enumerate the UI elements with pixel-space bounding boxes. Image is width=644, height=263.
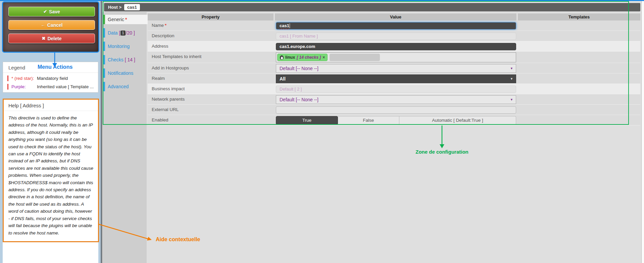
app-root: ✔ Save ← Cancel ✖ Delete Legend * (red s…: [0, 0, 644, 263]
save-button[interactable]: ✔ Save: [8, 7, 95, 16]
help-title: Help [ Address ]: [4, 100, 98, 111]
realm-select[interactable]: All▼: [276, 74, 516, 83]
enabled-automatic-button[interactable]: Automatic [ Default:True ]: [399, 116, 516, 125]
column-header-templates: Templates: [518, 13, 640, 20]
table-row-address: Address cas1.europe.com: [148, 41, 640, 52]
template-search-input[interactable]: [330, 54, 380, 61]
tab-accent-bar: [103, 15, 105, 24]
check-icon: ✔: [43, 9, 47, 14]
tab-data[interactable]: Data [1/20 ]: [103, 28, 147, 38]
actions-menu-panel: ✔ Save ← Cancel ✖ Delete: [2, 1, 99, 53]
address-input[interactable]: cas1.europe.com: [276, 43, 516, 50]
property-label: Enabled: [152, 117, 168, 122]
delete-button-label: Delete: [47, 36, 61, 41]
column-header-value: Value: [275, 13, 516, 20]
tab-accent-bar: [103, 42, 105, 51]
property-label: Realm: [152, 76, 165, 81]
help-panel: Help [ Address ] This directive is used …: [3, 99, 99, 242]
name-input[interactable]: cas1: [276, 22, 516, 30]
hostgroups-select[interactable]: Default [-- None --]▼: [276, 64, 516, 73]
table-row-realm: Realm All▼: [148, 73, 640, 84]
enabled-toggle: True False Automatic [ Default:True ]: [276, 116, 516, 125]
text-cursor: [290, 23, 290, 28]
mandatory-star: *: [125, 17, 127, 22]
tab-data-count: [1/20 ]: [119, 30, 135, 36]
sidebar-blank-panel: [3, 242, 98, 263]
chevron-down-icon: ▼: [510, 77, 513, 81]
tab-accent-bar: [103, 28, 105, 38]
property-label: Name: [152, 23, 164, 28]
breadcrumb: Host > cas1: [104, 3, 640, 11]
mandatory-star: *: [165, 23, 166, 28]
chevron-down-icon: ▼: [510, 98, 513, 101]
tab-accent-bar: [103, 68, 105, 78]
table-row-host-templates: Host Templates to inherit linux [ 14 che…: [148, 52, 640, 63]
annotation-aide-contextuelle: Aide contextuelle: [156, 236, 200, 243]
annotation-zone-configuration: Zone de configuration: [400, 149, 484, 155]
table-row-external-url: External URL: [148, 105, 640, 115]
property-label: Address: [152, 44, 168, 49]
tab-notifications[interactable]: Notifications: [103, 68, 147, 78]
sidebar: ✔ Save ← Cancel ✖ Delete Legend * (red s…: [0, 0, 101, 263]
tab-checks-count: [ 14 ]: [125, 57, 135, 62]
breadcrumb-label: Host >: [108, 5, 121, 10]
property-label: Business impact: [152, 86, 185, 91]
external-url-input[interactable]: [276, 106, 516, 114]
tab-accent-bar: [103, 82, 105, 91]
property-label: Add in Hostgroups: [152, 65, 189, 70]
column-header-property: Property: [148, 13, 274, 20]
business-impact-input[interactable]: Default [ 2 ]: [276, 86, 516, 93]
arrow-left-icon: ←: [41, 22, 45, 28]
table-row-network-parents: Network parents Default [-- None --]▼: [148, 94, 640, 105]
network-parents-select[interactable]: Default [-- None --]▼: [276, 95, 516, 104]
top-border-line: [0, 0, 644, 1]
legend-desc: Mandatory field: [37, 76, 68, 81]
host-name-badge: cas1: [124, 4, 140, 10]
enabled-false-button[interactable]: False: [338, 116, 400, 125]
penguin-icon: [280, 55, 284, 60]
cancel-button[interactable]: ← Cancel: [8, 20, 95, 30]
template-tag-name: linux: [285, 55, 295, 60]
legend-row-mandatory: * (red star):Mandatory field: [7, 75, 98, 81]
template-tag-linux[interactable]: linux [ 14 checks ] ×: [277, 54, 328, 61]
tab-generic[interactable]: Generic *: [103, 15, 148, 24]
delete-button[interactable]: ✖ Delete: [8, 34, 95, 43]
scrollbar-track[interactable]: [641, 0, 644, 263]
legend-desc: Inherited value [ Template ...: [37, 84, 94, 89]
chevron-down-icon: ▼: [510, 67, 513, 70]
annotation-menu-actions: Menu Actions: [38, 64, 72, 70]
tab-accent-bar: [103, 55, 105, 64]
table-row-hostgroups: Add in Hostgroups Default [-- None --]▼: [148, 63, 640, 73]
table-row-description: Description cas1 [ From Name ]: [148, 31, 640, 41]
host-templates-input[interactable]: linux [ 14 checks ] ×: [276, 52, 516, 62]
description-input[interactable]: cas1 [ From Name ]: [276, 33, 516, 40]
tab-advanced[interactable]: Advanced: [103, 82, 147, 91]
enabled-true-button[interactable]: True: [276, 116, 338, 125]
legend-term: * (red star):: [11, 75, 37, 81]
table-row-enabled: Enabled True False Automatic [ Default:T…: [148, 115, 640, 125]
property-label: Host Templates to inherit: [152, 54, 201, 59]
cancel-button-label: Cancel: [47, 22, 63, 28]
property-label: External URL: [152, 107, 179, 112]
data-count-badge: 1: [120, 31, 125, 36]
property-label: Network parents: [152, 97, 185, 102]
table-row-name: Name* cas1: [148, 20, 640, 31]
tab-monitoring[interactable]: Monitoring: [103, 42, 147, 51]
table-header: Property Value Templates: [148, 13, 640, 20]
remove-template-button[interactable]: ×: [323, 55, 325, 60]
table-row-business-impact: Business impact Default [ 2 ]: [148, 84, 640, 94]
x-icon: ✖: [42, 36, 46, 41]
legend-row-inherited: Purple:Inherited value [ Template ...: [7, 84, 98, 90]
save-button-label: Save: [49, 9, 60, 14]
help-body-text: This directive is used to define the add…: [4, 111, 98, 236]
legend-term: Purple:: [11, 84, 37, 90]
template-tag-checks: [ 14 checks ]: [297, 55, 321, 60]
tab-checks[interactable]: Checks [ 14 ]: [103, 55, 147, 64]
property-label: Description: [152, 33, 175, 38]
properties-table: Property Value Templates Name* cas1 Desc…: [148, 13, 640, 125]
